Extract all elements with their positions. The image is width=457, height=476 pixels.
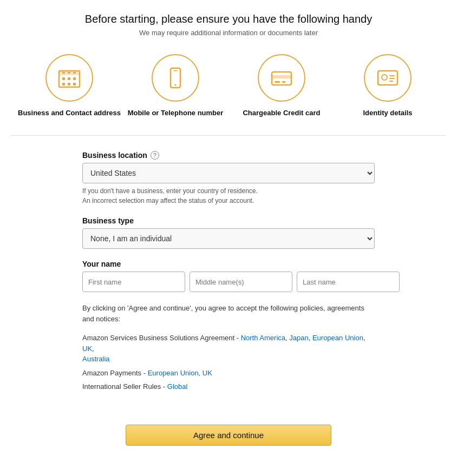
- phone-icon: [163, 65, 188, 90]
- icon-item-identity: Identity details: [336, 54, 439, 118]
- svg-rect-3: [68, 77, 70, 80]
- header-title: Before starting, please ensure you have …: [11, 13, 446, 25]
- agreement-item-1: Amazon Services Business Solutions Agree…: [82, 333, 375, 365]
- first-name-input[interactable]: [82, 272, 185, 292]
- icon-item-phone: Mobile or Telephone number: [124, 54, 227, 118]
- svg-rect-6: [68, 83, 70, 85]
- name-fields-row: [82, 272, 375, 292]
- icon-item-card: Chargeable Credit card: [230, 54, 333, 118]
- phone-icon-circle: [152, 54, 199, 102]
- svg-point-12: [175, 84, 177, 86]
- svg-rect-10: [73, 72, 76, 74]
- agreements-intro: By clicking on 'Agree and continue', you…: [82, 303, 375, 324]
- identity-label: Identity details: [363, 108, 412, 118]
- uk-link[interactable]: UK: [82, 345, 92, 353]
- svg-rect-8: [62, 72, 65, 74]
- icon-item-business: Business and Contact address: [18, 54, 121, 118]
- svg-rect-17: [282, 81, 285, 83]
- your-name-label: Your name: [82, 260, 375, 268]
- icons-row: Business and Contact address Mobile or T…: [11, 54, 446, 118]
- page-container: Before starting, please ensure you have …: [0, 0, 457, 470]
- header-section: Before starting, please ensure you have …: [11, 13, 446, 37]
- svg-rect-16: [275, 81, 280, 83]
- svg-rect-15: [272, 75, 291, 78]
- button-section: Agree and continue: [11, 425, 446, 446]
- identity-icon-circle: [364, 54, 412, 102]
- building-icon: [57, 65, 82, 90]
- section-divider: [11, 135, 446, 136]
- business-type-group: Business type None, I am an individual: [82, 216, 375, 249]
- credit-card-icon: [269, 65, 294, 90]
- business-location-select[interactable]: United States: [82, 163, 375, 183]
- business-type-select[interactable]: None, I am an individual: [82, 228, 375, 249]
- svg-point-19: [382, 75, 387, 80]
- business-location-hint: If you don't have a business, enter your…: [82, 186, 375, 206]
- card-icon-circle: [258, 54, 305, 102]
- agreements-section: By clicking on 'Agree and continue', you…: [71, 303, 386, 392]
- business-address-label: Business and Contact address: [18, 108, 121, 118]
- agree-continue-button[interactable]: Agree and continue: [126, 425, 331, 446]
- svg-rect-18: [378, 71, 397, 85]
- svg-rect-7: [73, 83, 76, 85]
- japan-link[interactable]: Japan: [289, 334, 308, 342]
- svg-rect-20: [389, 75, 395, 76]
- business-address-icon-circle: [45, 54, 93, 102]
- business-location-label: Business location ?: [82, 151, 375, 160]
- phone-label: Mobile or Telephone number: [128, 108, 224, 118]
- svg-rect-2: [62, 77, 65, 80]
- svg-rect-22: [389, 81, 393, 82]
- svg-rect-21: [389, 78, 395, 79]
- eu-link[interactable]: European Union: [312, 334, 363, 342]
- business-type-label: Business type: [82, 216, 375, 225]
- svg-rect-9: [68, 72, 70, 74]
- your-name-group: Your name: [82, 260, 375, 292]
- header-subtitle: We may require additional information or…: [11, 29, 446, 37]
- north-america-link[interactable]: North America: [241, 334, 285, 342]
- middle-name-input[interactable]: [190, 272, 292, 292]
- last-name-input[interactable]: [297, 272, 400, 292]
- agreement-item-3: International Seller Rules - Global: [82, 381, 375, 392]
- agreement-item-2: Amazon Payments - European Union, UK: [82, 368, 375, 379]
- form-section: Business location ? United States If you…: [71, 151, 386, 292]
- svg-rect-5: [62, 83, 65, 85]
- business-location-help-icon[interactable]: ?: [151, 151, 159, 160]
- svg-rect-13: [173, 70, 178, 71]
- payments-eu-uk-link[interactable]: European Union, UK: [148, 369, 212, 377]
- identity-icon: [375, 65, 400, 90]
- australia-link[interactable]: Australia: [82, 355, 110, 363]
- svg-rect-4: [73, 77, 76, 80]
- global-link[interactable]: Global: [167, 382, 188, 391]
- card-label: Chargeable Credit card: [243, 108, 320, 118]
- business-location-group: Business location ? United States If you…: [82, 151, 375, 206]
